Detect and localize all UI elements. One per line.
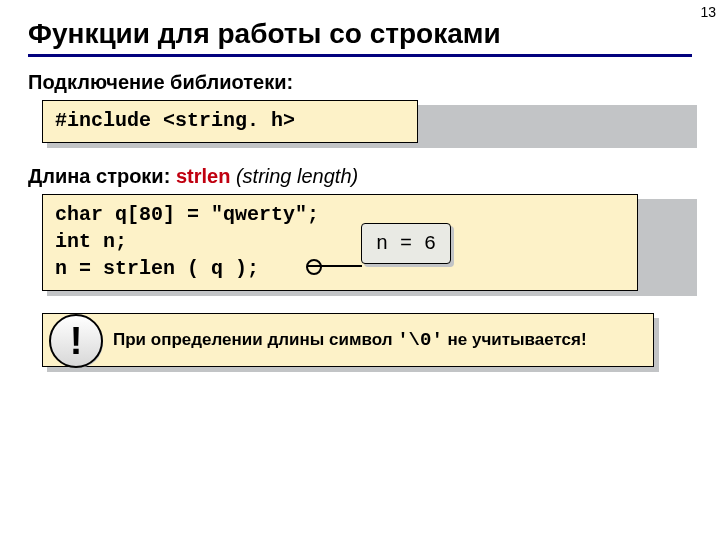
page-number: 13 <box>700 4 716 20</box>
note-text: При определении длины символ '\0' не учи… <box>113 329 587 351</box>
code2-line3: n = strlen ( q ); <box>55 255 625 282</box>
title-underline <box>28 54 692 57</box>
codebox1: #include <string. h> <box>42 100 418 143</box>
exclamation-icon: ! <box>49 314 103 368</box>
callout-wrap: n = 6 <box>361 223 451 264</box>
section1-label: Подключение библиотеки: <box>28 71 692 94</box>
note-before: При определении длины символ <box>113 330 397 349</box>
code2-line1: char q[80] = "qwerty"; <box>55 201 625 228</box>
code1-text: #include <string. h> <box>55 109 295 132</box>
section2-label: Длина строки: strlen (string length) <box>28 165 692 188</box>
slide-content: Функции для работы со строками Подключен… <box>0 0 720 367</box>
code2-line2: int n; <box>55 228 625 255</box>
codebox1-wrap: #include <string. h> <box>42 100 692 143</box>
codebox2-wrap: char q[80] = "qwerty"; int n; n = strlen… <box>42 194 692 291</box>
note-after: не учитывается! <box>443 330 587 349</box>
callout-box: n = 6 <box>361 223 451 264</box>
note-box: ! При определении длины символ '\0' не у… <box>42 313 654 367</box>
callout-connector <box>308 265 362 267</box>
note-wrap: ! При определении длины символ '\0' не у… <box>42 313 654 367</box>
section2-keyword: strlen <box>176 165 230 187</box>
note-mono: '\0' <box>397 329 443 351</box>
codebox2: char q[80] = "qwerty"; int n; n = strlen… <box>42 194 638 291</box>
section2-prefix: Длина строки: <box>28 165 176 187</box>
page-title: Функции для работы со строками <box>28 18 692 50</box>
bang-badge: ! <box>49 314 101 366</box>
section2-suffix: (string length) <box>230 165 358 187</box>
